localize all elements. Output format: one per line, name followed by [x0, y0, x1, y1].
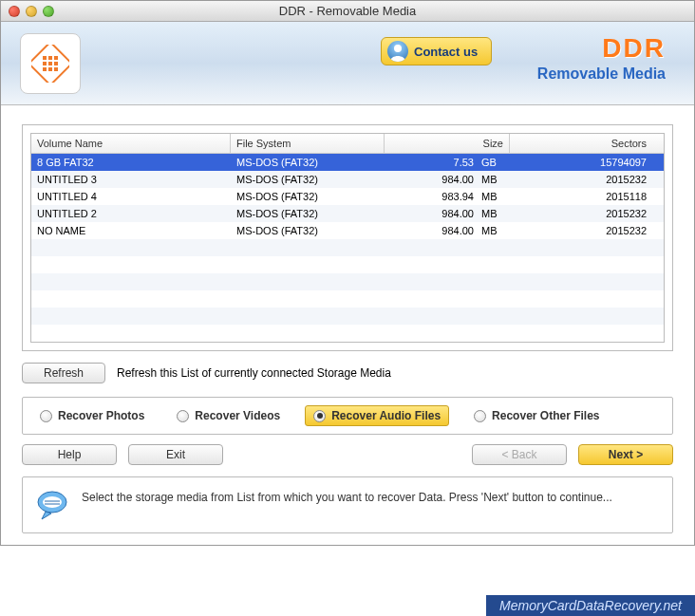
recover-videos-label: Recover Videos [195, 409, 280, 422]
nav-row: Help Exit < Back Next > [22, 444, 673, 465]
svg-rect-7 [43, 67, 47, 71]
exit-button[interactable]: Exit [128, 444, 223, 465]
recover-videos-option[interactable]: Recover Videos [169, 406, 288, 425]
svg-rect-5 [48, 62, 52, 65]
hint-panel: Select the storage media from List from … [22, 476, 673, 533]
cell-filesystem: MS-DOS (FAT32) [231, 173, 385, 186]
recover-other-option[interactable]: Recover Other Files [466, 406, 607, 425]
close-window-button[interactable] [9, 6, 20, 17]
table-row[interactable]: UNTITLED 4MS-DOS (FAT32)983.94MB2015118 [31, 188, 664, 205]
cell-sectors: 2015232 [510, 173, 664, 186]
app-logo-icon [31, 45, 69, 83]
svg-rect-4 [43, 62, 47, 65]
cell-volume: UNTITLED 4 [31, 190, 231, 203]
recover-audio-label: Recover Audio Files [331, 409, 441, 422]
cell-filesystem: MS-DOS (FAT32) [231, 190, 385, 203]
cell-sectors: 2015232 [510, 207, 664, 220]
cell-volume: NO NAME [31, 224, 231, 237]
contact-us-button[interactable]: Contact us [381, 37, 492, 65]
cell-size: 7.53GB [385, 156, 510, 169]
svg-point-10 [394, 45, 402, 52]
col-header-size[interactable]: Size [385, 134, 510, 153]
table-header: Volume Name File System Size Sectors [31, 134, 664, 154]
watermark: MemoryCardDataRecovery.net [486, 595, 695, 616]
cell-filesystem: MS-DOS (FAT32) [231, 156, 385, 169]
table-frame: Volume Name File System Size Sectors 8 G… [22, 124, 673, 351]
info-bubble-icon [36, 489, 68, 521]
cell-filesystem: MS-DOS (FAT32) [231, 224, 385, 237]
svg-rect-8 [48, 67, 52, 71]
brand-subtitle: Removable Media [537, 65, 666, 83]
table-row [31, 325, 664, 342]
cell-sectors: 2015118 [510, 190, 664, 203]
help-button[interactable]: Help [22, 444, 117, 465]
recover-audio-option[interactable]: Recover Audio Files [305, 405, 449, 426]
col-header-volume[interactable]: Volume Name [31, 134, 231, 153]
radio-icon [177, 410, 189, 422]
recover-photos-label: Recover Photos [58, 409, 144, 422]
table-row [31, 239, 664, 256]
cell-size: 983.94MB [385, 190, 510, 203]
table-body: 8 GB FAT32MS-DOS (FAT32)7.53GB15794097UN… [31, 154, 664, 342]
minimize-window-button[interactable] [26, 6, 37, 17]
next-button[interactable]: Next > [578, 444, 673, 465]
brand-title: DDR [537, 33, 666, 64]
svg-rect-6 [54, 62, 58, 65]
banner: Contact us DDR Removable Media [1, 22, 694, 105]
cell-size: 984.00MB [385, 173, 510, 186]
app-icon [20, 33, 81, 94]
window-title: DDR - Removable Media [1, 4, 694, 18]
col-header-filesystem[interactable]: File System [231, 134, 385, 153]
cell-volume: UNTITLED 2 [31, 207, 231, 220]
table-row[interactable]: UNTITLED 3MS-DOS (FAT32)984.00MB2015232 [31, 171, 664, 188]
table-row[interactable]: 8 GB FAT32MS-DOS (FAT32)7.53GB15794097 [31, 154, 664, 171]
app-window: DDR - Removable Media Contact us DDR Rem… [0, 0, 695, 546]
table-row[interactable]: NO NAMEMS-DOS (FAT32)984.00MB2015232 [31, 222, 664, 239]
hint-text: Select the storage media from List from … [82, 489, 612, 506]
recovery-type-panel: Recover Photos Recover Videos Recover Au… [22, 397, 673, 435]
table-row[interactable]: UNTITLED 2MS-DOS (FAT32)984.00MB2015232 [31, 205, 664, 222]
recover-other-label: Recover Other Files [492, 409, 599, 422]
cell-size: 984.00MB [385, 207, 510, 220]
svg-rect-9 [54, 67, 58, 71]
radio-icon [313, 410, 326, 422]
svg-point-12 [43, 496, 62, 508]
cell-filesystem: MS-DOS (FAT32) [231, 207, 385, 220]
svg-rect-3 [54, 56, 58, 60]
table-row [31, 273, 664, 290]
refresh-button[interactable]: Refresh [22, 363, 105, 383]
svg-rect-2 [48, 56, 52, 60]
zoom-window-button[interactable] [43, 6, 54, 17]
contact-avatar-icon [387, 41, 408, 62]
col-header-sectors[interactable]: Sectors [510, 134, 664, 153]
brand-block: DDR Removable Media [537, 33, 666, 83]
table-row [31, 308, 664, 325]
contact-us-label: Contact us [414, 45, 478, 59]
cell-volume: UNTITLED 3 [31, 173, 231, 186]
window-controls [9, 6, 54, 17]
radio-icon [474, 410, 486, 422]
back-button[interactable]: < Back [472, 444, 567, 465]
refresh-row: Refresh Refresh this List of currently c… [22, 363, 673, 383]
recover-photos-option[interactable]: Recover Photos [32, 406, 152, 425]
cell-volume: 8 GB FAT32 [31, 156, 231, 169]
cell-size: 984.00MB [385, 224, 510, 237]
table-row [31, 290, 664, 308]
content-area: Volume Name File System Size Sectors 8 G… [1, 105, 694, 545]
table-row [31, 256, 664, 273]
svg-rect-1 [43, 56, 47, 60]
radio-icon [40, 410, 52, 422]
titlebar: DDR - Removable Media [1, 1, 694, 22]
cell-sectors: 2015232 [510, 224, 664, 237]
cell-sectors: 15794097 [510, 156, 664, 169]
refresh-hint: Refresh this List of currently connected… [117, 366, 391, 380]
volume-table: Volume Name File System Size Sectors 8 G… [30, 133, 665, 343]
